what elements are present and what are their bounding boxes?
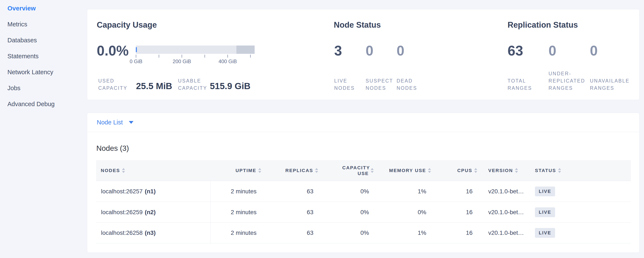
chevron-down-icon: [129, 121, 134, 124]
replicas-cell: 63: [264, 223, 320, 243]
sort-icon: [474, 168, 477, 173]
table-row-node-2[interactable]: localhost:26259 (n2) 2 minutes 63 0% 0% …: [96, 202, 631, 223]
gauge-tick: [182, 55, 182, 58]
total-ranges-label: TOTAL RANGES: [508, 77, 538, 92]
capacity-used-percent: 0.0%: [97, 43, 128, 58]
sidebar-item-databases[interactable]: Databases: [0, 37, 87, 43]
column-header-label: MEMORY USE: [389, 168, 426, 173]
suspect-nodes-label: SUSPECT NODES: [366, 77, 398, 92]
dead-nodes-label: DEAD NODES: [396, 77, 425, 92]
memory-use-cell: 1%: [376, 181, 434, 202]
node-list-dropdown[interactable]: Node List: [87, 113, 639, 132]
table-row-node-1[interactable]: localhost:26257 (n1) 2 minutes 63 0% 1% …: [96, 181, 631, 202]
cpus-cell: 16: [434, 223, 480, 243]
column-header-status[interactable]: STATUS: [528, 160, 631, 181]
column-header-uptime[interactable]: UPTIME: [211, 160, 264, 181]
gauge-tick: [136, 55, 136, 58]
uptime-cell: 2 minutes: [211, 223, 264, 243]
unavailable-ranges-count: 0: [590, 43, 598, 58]
sort-icon: [122, 168, 125, 173]
total-ranges-count: 63: [508, 43, 523, 58]
cluster-summary-card: Capacity Usage 0.0% 0 GiB 200 GiB 400 Gi…: [87, 9, 640, 100]
node-id: (n3): [145, 229, 156, 236]
sort-icon: [258, 168, 261, 173]
uptime-cell: 2 minutes: [211, 202, 264, 222]
node-status-title: Node Status: [334, 21, 381, 29]
column-header-capacity-use[interactable]: CAPACITY USE: [320, 160, 376, 181]
usable-capacity-value: 515.9 GiB: [210, 81, 250, 91]
capacity-gauge-reserved-segment: [236, 46, 255, 54]
column-header-label: UPTIME: [236, 168, 256, 173]
nodes-heading: Nodes (3): [96, 144, 639, 153]
node-address-cell: localhost:26259 (n2): [96, 202, 211, 222]
sidebar-item-network-latency[interactable]: Network Latency: [0, 69, 87, 75]
status-badge: LIVE: [535, 228, 555, 238]
sidebar-item-overview[interactable]: Overview: [0, 5, 87, 12]
dead-nodes-count: 0: [396, 43, 404, 58]
column-header-label: CPUS: [457, 168, 472, 173]
status-badge: LIVE: [535, 187, 555, 196]
column-header-label: NODES: [101, 168, 120, 173]
sidebar-item-metrics[interactable]: Metrics: [0, 21, 87, 28]
column-header-nodes[interactable]: NODES: [96, 160, 211, 181]
unavailable-ranges-label: UNAVAILABLE RANGES: [590, 77, 641, 92]
node-address-cell: localhost:26258 (n3): [96, 223, 211, 243]
version-cell: v20.1.0-bet…: [480, 223, 528, 243]
column-header-memory-use[interactable]: MEMORY USE: [376, 160, 434, 181]
column-header-replicas[interactable]: REPLICAS: [264, 160, 320, 181]
node-address: localhost:26257: [101, 188, 142, 195]
node-id: (n1): [145, 188, 156, 195]
under-replicated-ranges-label: UNDER-REPLICATED RANGES: [548, 70, 593, 92]
live-nodes-label: LIVE NODES: [334, 77, 365, 92]
sort-icon: [558, 168, 561, 173]
memory-use-cell: 0%: [376, 202, 434, 222]
status-cell: LIVE: [528, 181, 631, 202]
memory-use-cell: 1%: [376, 223, 434, 243]
column-header-label: VERSION: [488, 168, 513, 173]
status-badge: LIVE: [535, 207, 555, 217]
replicas-cell: 63: [264, 181, 320, 202]
sort-icon: [371, 168, 374, 173]
used-capacity-label: USED CAPACITY: [98, 77, 133, 92]
suspect-nodes-count: 0: [366, 43, 374, 58]
usable-capacity-label: USABLE CAPACITY: [178, 77, 215, 92]
version-cell: v20.1.0-bet…: [480, 181, 528, 202]
sidebar-item-advanced-debug[interactable]: Advanced Debug: [0, 101, 87, 107]
gauge-tick-label-400: 400 GiB: [218, 59, 237, 64]
sidebar-item-statements[interactable]: Statements: [0, 53, 87, 59]
sort-icon: [315, 168, 318, 173]
gauge-tick-label-200: 200 GiB: [173, 59, 191, 64]
capacity-use-cell: 0%: [320, 202, 376, 222]
replicas-cell: 63: [264, 202, 320, 222]
node-list-dropdown-label: Node List: [97, 119, 123, 126]
status-cell: LIVE: [528, 202, 631, 222]
status-cell: LIVE: [528, 223, 631, 243]
nodes-table: NODES UPTIME REPLICAS CAPACITY USE MEMOR…: [96, 160, 631, 243]
sidebar: Overview Metrics Databases Statements Ne…: [0, 0, 87, 117]
capacity-gauge-used-segment: [136, 47, 137, 52]
sort-icon: [515, 168, 518, 173]
gauge-tick: [204, 55, 205, 58]
column-header-cpus[interactable]: CPUS: [434, 160, 480, 181]
nodes-table-header: NODES UPTIME REPLICAS CAPACITY USE MEMOR…: [96, 160, 631, 181]
node-address-cell: localhost:26257 (n1): [96, 181, 211, 202]
replication-status-title: Replication Status: [508, 21, 578, 29]
cpus-cell: 16: [434, 181, 480, 202]
capacity-gauge: [136, 46, 255, 54]
column-header-version[interactable]: VERSION: [480, 160, 528, 181]
sidebar-item-jobs[interactable]: Jobs: [0, 85, 87, 91]
capacity-usage-title: Capacity Usage: [97, 21, 157, 29]
used-capacity-value: 25.5 MiB: [136, 81, 172, 91]
node-list-card: Node List Nodes (3) NODES UPTIME REPLICA…: [87, 113, 640, 253]
under-replicated-ranges-count: 0: [548, 43, 556, 58]
version-cell: v20.1.0-bet…: [480, 202, 528, 222]
cpus-cell: 16: [434, 202, 480, 222]
live-nodes-count: 3: [334, 43, 342, 58]
column-header-label: STATUS: [535, 168, 556, 173]
table-row-node-3[interactable]: localhost:26258 (n3) 2 minutes 63 0% 1% …: [96, 223, 631, 243]
gauge-tick: [250, 55, 250, 58]
capacity-use-cell: 0%: [320, 223, 376, 243]
uptime-cell: 2 minutes: [211, 181, 264, 202]
node-address: localhost:26258: [101, 229, 142, 236]
node-id: (n2): [145, 209, 156, 216]
